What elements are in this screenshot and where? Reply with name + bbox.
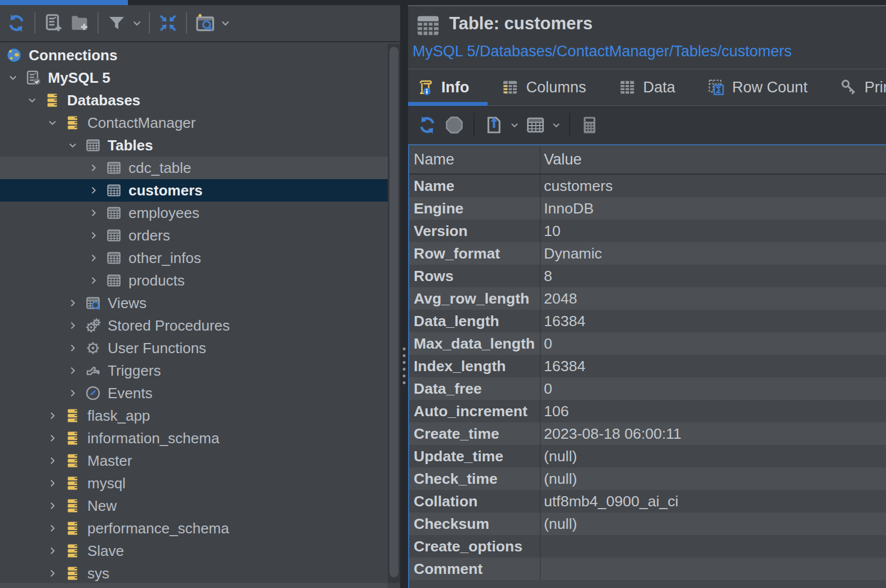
tree-item-triggers[interactable]: Triggers bbox=[0, 359, 388, 382]
tree-item-databases[interactable]: Databases bbox=[0, 89, 388, 112]
chevron-right-icon[interactable] bbox=[87, 184, 100, 197]
stop-button[interactable] bbox=[444, 114, 465, 136]
tree-item-contactmanager[interactable]: ContactManager bbox=[0, 112, 388, 134]
chevron-right-icon[interactable] bbox=[46, 477, 59, 489]
property-row-create-time[interactable]: Create_time2023-08-18 06:00:11 bbox=[409, 422, 886, 445]
property-row-comment[interactable]: Comment bbox=[409, 558, 886, 580]
breadcrumb[interactable]: MySQL 5/Databases/ContactManager/Tables/… bbox=[413, 43, 792, 60]
tab-columns[interactable]: Columns bbox=[500, 78, 586, 97]
panel-splitter[interactable] bbox=[400, 5, 408, 588]
new-connection-button[interactable] bbox=[43, 12, 64, 34]
new-folder-button[interactable] bbox=[69, 12, 90, 34]
table-icon bbox=[105, 204, 122, 221]
tab-primar[interactable]: Primar bbox=[839, 78, 886, 97]
tree-item-employees[interactable]: employees bbox=[0, 202, 388, 224]
chevron-right-icon[interactable] bbox=[67, 297, 79, 309]
tree-item-label: customers bbox=[129, 182, 203, 199]
tree-item-events[interactable]: Events bbox=[0, 382, 388, 404]
tree-item-flask-app[interactable]: flask_app bbox=[0, 404, 388, 427]
column-header-name[interactable]: Name bbox=[409, 145, 541, 173]
splitter-grip-icon[interactable] bbox=[403, 348, 406, 384]
chevron-right-icon[interactable] bbox=[87, 274, 100, 287]
tab-label: Data bbox=[643, 79, 675, 96]
tree-vertical-scrollbar[interactable] bbox=[388, 44, 400, 583]
property-row-max-data-length[interactable]: Max_data_length0 bbox=[409, 332, 886, 355]
property-row-row-format[interactable]: Row_formatDynamic bbox=[409, 242, 886, 265]
chevron-down-icon[interactable] bbox=[46, 117, 59, 129]
chevron-right-icon[interactable] bbox=[46, 432, 59, 444]
tree-horizontal-scrollbar[interactable] bbox=[0, 583, 388, 588]
tab-label: Info bbox=[441, 79, 469, 96]
chevron-down-icon[interactable] bbox=[550, 119, 562, 131]
collapse-all-button[interactable] bbox=[157, 12, 179, 34]
property-row-checksum[interactable]: Checksum(null) bbox=[409, 513, 886, 535]
refresh-button[interactable] bbox=[6, 12, 27, 34]
property-row-create-options[interactable]: Create_options bbox=[409, 535, 886, 558]
tree-item-slave[interactable]: Slave bbox=[0, 540, 388, 562]
chevron-down-icon[interactable] bbox=[130, 16, 144, 30]
chevron-down-icon[interactable] bbox=[219, 16, 232, 30]
chevron-down-icon[interactable] bbox=[508, 119, 521, 131]
property-row-data-length[interactable]: Data_length16384 bbox=[409, 310, 886, 332]
tree-item-orders[interactable]: orders bbox=[0, 224, 388, 247]
column-header-value[interactable]: Value bbox=[541, 145, 886, 173]
property-row-update-time[interactable]: Update_time(null) bbox=[409, 445, 886, 467]
chevron-right-icon[interactable] bbox=[87, 207, 100, 219]
chevron-right-icon[interactable] bbox=[46, 545, 59, 557]
tree-item-label: performance_schema bbox=[87, 520, 229, 537]
tree-item-stored-procedures[interactable]: Stored Procedures bbox=[0, 314, 388, 337]
property-row-check-time[interactable]: Check_time(null) bbox=[409, 467, 886, 490]
tree-item-sys[interactable]: sys bbox=[0, 562, 388, 585]
tree-item-master[interactable]: Master bbox=[0, 449, 388, 472]
chevron-right-icon[interactable] bbox=[67, 342, 79, 354]
property-row-version[interactable]: Version10 bbox=[409, 220, 886, 242]
tree-item-customers[interactable]: customers bbox=[0, 179, 388, 202]
chevron-right-icon[interactable] bbox=[46, 409, 59, 422]
chevron-right-icon[interactable] bbox=[67, 364, 79, 377]
property-row-auto-increment[interactable]: Auto_increment106 bbox=[409, 400, 886, 422]
tab-info[interactable]: Info bbox=[416, 78, 469, 97]
filter-button[interactable] bbox=[106, 12, 127, 34]
tree-item-mysql[interactable]: mysql bbox=[0, 472, 388, 495]
property-row-name[interactable]: Namecustomers bbox=[409, 175, 886, 197]
property-row-index-length[interactable]: Index_length16384 bbox=[409, 355, 886, 377]
chevron-right-icon[interactable] bbox=[87, 162, 100, 174]
chevron-right-icon[interactable] bbox=[87, 252, 100, 264]
tree-vertical-scrollbar-thumb[interactable] bbox=[389, 47, 398, 577]
tree-item-products[interactable]: products bbox=[0, 269, 388, 292]
tab-data[interactable]: Data bbox=[618, 78, 675, 97]
chevron-right-icon[interactable] bbox=[46, 455, 59, 467]
tree-item-other-infos[interactable]: other_infos bbox=[0, 247, 388, 269]
calculator-button[interactable] bbox=[579, 114, 600, 136]
tree-item-tables[interactable]: Tables bbox=[0, 134, 388, 157]
property-row-avg-row-length[interactable]: Avg_row_length2048 bbox=[409, 287, 886, 310]
find-window-button[interactable] bbox=[194, 12, 216, 34]
grid-button[interactable] bbox=[525, 114, 546, 136]
chevron-right-icon[interactable] bbox=[46, 567, 59, 580]
tree-item-user-functions[interactable]: User Functions bbox=[0, 337, 388, 359]
chevron-right-icon[interactable] bbox=[46, 500, 59, 512]
table-icon bbox=[105, 159, 122, 176]
tree-item-cdc-table[interactable]: cdc_table bbox=[0, 157, 388, 179]
chevron-right-icon[interactable] bbox=[46, 522, 59, 534]
property-row-collation[interactable]: Collationutf8mb4_0900_ai_ci bbox=[409, 490, 886, 513]
chevron-right-icon[interactable] bbox=[67, 319, 79, 332]
chevron-down-icon[interactable] bbox=[26, 94, 38, 106]
property-row-engine[interactable]: EngineInnoDB bbox=[409, 197, 886, 220]
property-row-data-free[interactable]: Data_free0 bbox=[409, 377, 886, 400]
tree-item-information-schema[interactable]: information_schema bbox=[0, 427, 388, 449]
chevron-down-icon[interactable] bbox=[7, 72, 19, 84]
tree-item-views[interactable]: Views bbox=[0, 292, 388, 314]
tree-item-mysql-5[interactable]: MySQL 5 bbox=[0, 66, 388, 89]
tree-item-performance-schema[interactable]: performance_schema bbox=[0, 517, 388, 540]
refresh-button[interactable] bbox=[417, 114, 438, 136]
chevron-down-icon[interactable] bbox=[67, 139, 79, 152]
chevron-right-icon[interactable] bbox=[87, 229, 100, 242]
chevron-right-icon[interactable] bbox=[67, 387, 79, 399]
tree-item-connections[interactable]: Connections bbox=[0, 44, 388, 66]
tree-item-new[interactable]: New bbox=[0, 495, 388, 517]
property-row-rows[interactable]: Rows8 bbox=[409, 265, 886, 287]
editor-header: Table: customers MySQL 5/Databases/Conta… bbox=[408, 6, 886, 69]
tab-row-count[interactable]: Row Count bbox=[707, 78, 808, 97]
export-button[interactable] bbox=[483, 114, 504, 136]
